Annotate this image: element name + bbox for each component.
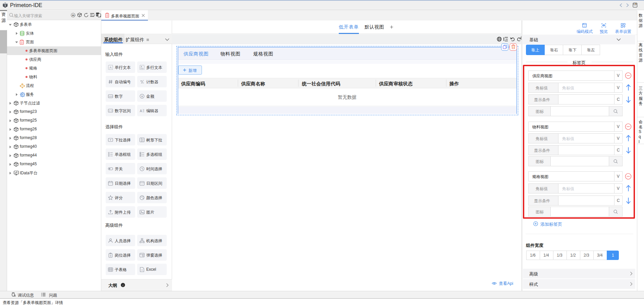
svg-text:123: 123	[109, 95, 112, 97]
svg-text:8: 8	[110, 255, 111, 257]
svg-text:A: A	[141, 65, 142, 68]
svg-text:x: x	[142, 269, 143, 271]
svg-text:</>: </>	[583, 25, 586, 27]
svg-text:A: A	[109, 66, 111, 69]
svg-text:1~3: 1~3	[109, 110, 112, 112]
svg-text:~: ~	[142, 183, 143, 185]
svg-text:A: A	[140, 109, 142, 113]
svg-text:AI: AI	[72, 14, 74, 16]
svg-text:¥: ¥	[141, 95, 143, 98]
